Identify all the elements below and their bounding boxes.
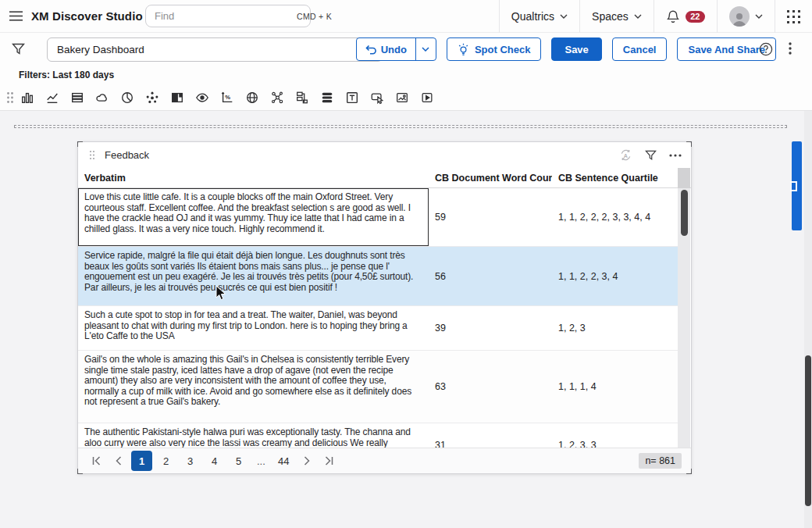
translate-icon[interactable]: A (619, 148, 632, 162)
verbatim-cell[interactable]: Such a cute spot to stop in for tea and … (78, 306, 429, 350)
eye-icon[interactable] (195, 91, 209, 105)
metric-percent-icon[interactable]: % (220, 91, 234, 105)
find-input[interactable] (146, 5, 297, 27)
verbatim-cell[interactable]: Service rapide, malgré la file qui était… (78, 247, 429, 305)
save-and-share-label: Save And Share (688, 44, 765, 55)
undo-icon (365, 45, 377, 55)
undo-split-button: Undo (356, 37, 436, 61)
spot-check-button[interactable]: Spot Check (447, 37, 542, 61)
last-page-icon[interactable] (319, 451, 338, 470)
table-row[interactable]: The authentic Pakistani-style halwa puri… (78, 423, 678, 448)
line-chart-icon[interactable] (45, 91, 59, 105)
widget-header: Feedback A (78, 142, 691, 168)
find-search-box[interactable]: CMD + K (145, 5, 311, 27)
action-bar: Undo Spot Check (0, 33, 812, 66)
notifications[interactable]: 22 (654, 0, 717, 33)
verbatim-cell[interactable]: The authentic Pakistani-style halwa puri… (78, 423, 429, 448)
adjacent-widget-resize-handle[interactable] (790, 181, 797, 191)
table-row[interactable]: Gail's on the whole is amazing this Gail… (78, 351, 678, 423)
top-section: XM Discover Studio CMD + K Qualtrics Spa… (0, 0, 812, 111)
word-cloud-icon[interactable] (95, 91, 109, 105)
word-count-cell: 39 (429, 306, 552, 350)
cancel-button[interactable]: Cancel (612, 37, 668, 61)
chevron-down-icon (755, 14, 763, 19)
page-button-2[interactable]: 2 (155, 451, 176, 471)
page-button-5[interactable]: 5 (228, 451, 249, 471)
page-button-3[interactable]: 3 (180, 451, 201, 471)
hamburger-menu-icon[interactable] (0, 11, 31, 21)
find-shortcut-hint: CMD + K (297, 12, 340, 21)
more-options-icon[interactable] (789, 42, 792, 55)
widget-corner-handle[interactable] (686, 141, 692, 147)
widget-filter-icon[interactable] (645, 150, 657, 161)
video-widget-icon[interactable] (420, 91, 434, 105)
quartile-cell: 1, 1, 2, 2, 2, 3, 3, 4, 4 (552, 188, 678, 246)
word-count-cell: 31 (429, 423, 552, 448)
svg-text:%: % (225, 94, 230, 101)
word-count-cell: 56 (429, 247, 552, 305)
apps-grid-icon (787, 10, 800, 23)
hierarchy-icon[interactable] (295, 91, 309, 105)
spaces-menu[interactable]: Spaces (579, 0, 654, 33)
page-button-44[interactable]: 44 (273, 451, 294, 471)
heatmap-icon[interactable] (170, 91, 184, 105)
table-scrollbar-thumb[interactable] (681, 190, 688, 236)
svg-text:A: A (624, 153, 628, 159)
qualtrics-menu[interactable]: Qualtrics (499, 0, 579, 33)
spaces-menu-label: Spaces (592, 10, 629, 23)
map-globe-icon[interactable] (245, 91, 259, 105)
word-count-cell: 63 (429, 351, 552, 423)
next-page-icon[interactable] (297, 451, 316, 470)
undo-button[interactable]: Undo (357, 38, 415, 60)
page-button-1[interactable]: 1 (131, 451, 152, 471)
prev-page-icon[interactable] (109, 451, 128, 470)
table-scrollbar-header-cap (678, 168, 690, 188)
column-header-quartile[interactable]: CB Sentence Quartile (552, 173, 678, 184)
cancel-button-label: Cancel (623, 44, 657, 55)
page-scrollbar-thumb[interactable] (805, 355, 811, 506)
scatter-plot-icon[interactable] (145, 91, 159, 105)
network-graph-icon[interactable] (270, 91, 284, 105)
verbatim-cell[interactable]: Gail's on the whole is amazing this Gail… (78, 351, 429, 423)
table-header-row: Verbatim CB Document Word Count CB Sente… (78, 168, 691, 188)
toolbar-drag-handle-icon[interactable] (6, 91, 14, 104)
dashboard-name-input[interactable] (47, 37, 383, 62)
app-title: XM Discover Studio (31, 9, 143, 23)
drop-target-line (14, 125, 787, 128)
pie-chart-icon[interactable] (120, 91, 134, 105)
table-row-highlighted[interactable]: Service rapide, malgré la file qui était… (78, 247, 678, 306)
chevron-down-icon (560, 14, 568, 19)
filters-summary: Filters: Last 180 days (0, 66, 812, 84)
top-bar: XM Discover Studio CMD + K Qualtrics Spa… (0, 0, 812, 33)
undo-button-label: Undo (381, 44, 407, 55)
table-row[interactable]: Such a cute spot to stop in for tea and … (78, 306, 678, 351)
widget-title: Feedback (105, 149, 149, 161)
widget-corner-handle[interactable] (77, 141, 83, 147)
widget-more-options-icon[interactable] (669, 154, 682, 157)
dashboard-filter-icon[interactable] (3, 43, 33, 55)
record-count-badge: n= 861 (639, 453, 682, 469)
table-icon[interactable] (70, 91, 84, 105)
column-header-verbatim[interactable]: Verbatim (78, 173, 429, 184)
profile-menu[interactable] (717, 0, 775, 33)
apps-grid[interactable] (775, 0, 812, 33)
feedback-widget[interactable]: Feedback A Verbatim CB Document Word Cou… (77, 141, 692, 474)
help-icon[interactable] (759, 42, 773, 56)
quartile-cell: 1, 2, 3, 3 (552, 423, 678, 448)
bar-chart-icon[interactable] (20, 91, 34, 105)
stacked-rows-icon[interactable] (320, 91, 334, 105)
widget-drag-handle-icon[interactable] (89, 150, 95, 160)
table-row[interactable]: Love this cute little cafe. It is a coup… (78, 188, 678, 247)
quartile-cell: 1, 2, 3 (552, 306, 678, 350)
quartile-cell: 1, 1, 2, 2, 3, 4 (552, 247, 678, 305)
page-button-4[interactable]: 4 (204, 451, 225, 471)
image-widget-icon[interactable] (395, 91, 409, 105)
verbatim-cell-selected[interactable]: Love this cute little cafe. It is a coup… (78, 188, 429, 246)
adjacent-widget-edge[interactable] (792, 141, 802, 230)
save-button[interactable]: Save (551, 37, 601, 61)
undo-dropdown-button[interactable] (415, 38, 436, 60)
text-box-icon[interactable] (345, 91, 359, 105)
column-header-word-count[interactable]: CB Document Word Count (429, 173, 552, 184)
first-page-icon[interactable] (87, 451, 106, 470)
button-widget-icon[interactable] (370, 91, 384, 105)
